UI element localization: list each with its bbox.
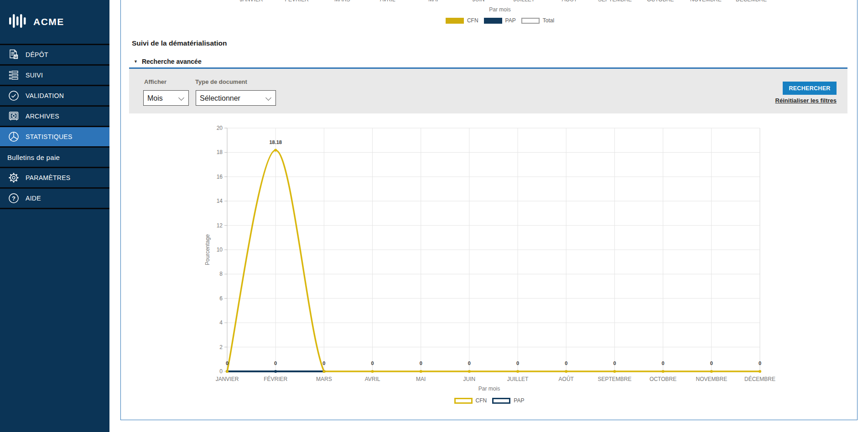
main-chart-legend: CFNPAP [121, 397, 858, 404]
legend-label: CFN [467, 17, 478, 24]
sidebar-item-label: Bulletins de paie [7, 154, 60, 161]
legend-item-cfn[interactable]: CFN [446, 17, 478, 24]
svg-text:MAI: MAI [416, 376, 426, 382]
sidebar-item-archives[interactable]: ARCHIVES [0, 107, 109, 127]
top-chart-month-axis: JANVIERFÉVRIERMARSAVRILMAIJUINJUILLETAOÛ… [121, 0, 858, 4]
svg-text:0: 0 [322, 360, 325, 366]
legend-swatch [454, 398, 473, 404]
legend-label: Total [543, 17, 554, 24]
legend-swatch [492, 398, 510, 404]
content-panel: JANVIERFÉVRIERMARSAVRILMAIJUINJUILLETAOÛ… [120, 0, 858, 420]
check-circle-icon [7, 90, 20, 102]
svg-text:0: 0 [613, 360, 616, 366]
svg-text:0: 0 [219, 368, 223, 375]
svg-text:MARS: MARS [316, 376, 332, 382]
svg-text:0: 0 [274, 360, 277, 366]
type-de-document-select[interactable]: Sélectionner [196, 91, 275, 105]
svg-text:FÉVRIER: FÉVRIER [264, 375, 287, 382]
legend-item-cfn[interactable]: CFN [454, 397, 487, 404]
svg-text:18.18: 18.18 [269, 139, 282, 145]
sidebar-item-statistiques[interactable]: STATISTIQUES [0, 127, 109, 148]
main-chart-xlabel: Par mois [121, 386, 858, 392]
afficher-select[interactable]: Mois [144, 91, 188, 105]
reset-filters-link[interactable]: Réinitialiser les filtres [775, 97, 837, 104]
svg-text:AVRIL: AVRIL [365, 376, 380, 382]
svg-text:0: 0 [662, 360, 665, 366]
svg-text:DÉCEMBRE: DÉCEMBRE [744, 375, 775, 382]
svg-text:14: 14 [217, 198, 223, 204]
legend-swatch [484, 18, 502, 24]
afficher-select-wrap: Mois [143, 90, 189, 106]
page-title: Suivi de la dématérialisation [132, 39, 227, 47]
chevron-down-icon: ▼ [134, 59, 138, 64]
sidebar: ACME DÉPÔTSUIVIVALIDATIONARCHIVESSTATIST… [0, 0, 109, 432]
app-logo[interactable]: ACME [0, 0, 109, 45]
sidebar-item-label: DÉPÔT [26, 51, 48, 58]
svg-text:?: ? [11, 195, 15, 202]
svg-text:JANVIER: JANVIER [216, 376, 239, 382]
svg-text:0: 0 [759, 360, 761, 366]
legend-item-pap[interactable]: PAP [484, 17, 516, 24]
document-upload-icon [7, 49, 20, 61]
sidebar-item-aide[interactable]: ?AIDE [0, 189, 109, 209]
sidebar-item-label: ARCHIVES [26, 113, 59, 120]
svg-text:4: 4 [219, 319, 223, 326]
sidebar-item-suivi[interactable]: SUIVI [0, 66, 109, 86]
svg-text:OCTOBRE: OCTOBRE [650, 376, 676, 382]
svg-text:16: 16 [217, 174, 223, 180]
svg-text:AOÛT: AOÛT [559, 375, 574, 382]
svg-text:10: 10 [217, 247, 223, 253]
sidebar-item-label: AIDE [26, 195, 41, 202]
svg-text:0: 0 [516, 360, 519, 366]
percentage-line-chart: 02468101214161820JANVIERFÉVRIERMARSAVRIL… [121, 0, 858, 420]
svg-text:2: 2 [219, 344, 223, 350]
svg-text:0: 0 [710, 360, 713, 366]
top-chart-xlabel: Par mois [142, 6, 858, 13]
rechercher-button[interactable]: RECHERCHER [783, 82, 837, 95]
legend-item-pap[interactable]: PAP [492, 397, 524, 404]
svg-text:Pourcentage: Pourcentage [204, 234, 211, 265]
safe-icon [7, 110, 20, 123]
sidebar-item-label: VALIDATION [26, 92, 64, 99]
waveform-logo-icon [9, 12, 28, 32]
logo-text: ACME [33, 16, 64, 27]
sidebar-item-label: STATISTIQUES [26, 133, 73, 140]
pie-chart-icon [7, 131, 20, 143]
sidebar-item-d-p-t[interactable]: DÉPÔT [0, 45, 109, 66]
svg-text:0: 0 [371, 360, 374, 366]
sidebar-item-validation[interactable]: VALIDATION [0, 86, 109, 107]
legend-swatch [521, 18, 540, 24]
legend-item-total[interactable]: Total [521, 17, 554, 24]
list-icon [7, 69, 20, 82]
svg-text:18: 18 [217, 149, 223, 155]
gear-icon [7, 172, 20, 184]
svg-text:8: 8 [219, 271, 223, 277]
sidebar-item-bulletins-de-paie[interactable]: Bulletins de paie [0, 148, 109, 168]
type-de-document-label: Type de document [195, 78, 247, 85]
svg-text:6: 6 [219, 295, 223, 302]
afficher-label: Afficher [144, 78, 166, 85]
svg-text:0: 0 [226, 360, 229, 366]
sidebar-item-param-tres[interactable]: PARAMÈTRES [0, 168, 109, 189]
advanced-search-label: Recherche avancée [142, 58, 202, 65]
svg-text:12: 12 [217, 222, 223, 229]
svg-text:SEPTEMBRE: SEPTEMBRE [598, 376, 631, 382]
sidebar-item-label: SUIVI [26, 72, 43, 79]
svg-text:0: 0 [565, 360, 567, 366]
top-month-label: DÉCEMBRE [724, 0, 779, 3]
legend-label: PAP [514, 397, 524, 404]
svg-text:20: 20 [217, 125, 223, 131]
svg-text:JUILLET: JUILLET [507, 376, 529, 382]
svg-text:NOVEMBRE: NOVEMBRE [696, 376, 727, 382]
top-chart-legend: CFNPAPTotal [142, 17, 858, 24]
legend-swatch [446, 18, 464, 24]
type-de-document-select-wrap: Sélectionner [196, 90, 276, 106]
legend-label: CFN [476, 397, 487, 404]
sidebar-item-label: PARAMÈTRES [26, 174, 70, 181]
svg-text:0: 0 [420, 360, 422, 366]
question-circle-icon: ? [7, 192, 20, 205]
legend-label: PAP [505, 17, 516, 24]
svg-text:0: 0 [468, 360, 471, 366]
svg-text:JUIN: JUIN [463, 376, 476, 382]
advanced-search-toggle[interactable]: ▼ Recherche avancée [134, 58, 202, 65]
